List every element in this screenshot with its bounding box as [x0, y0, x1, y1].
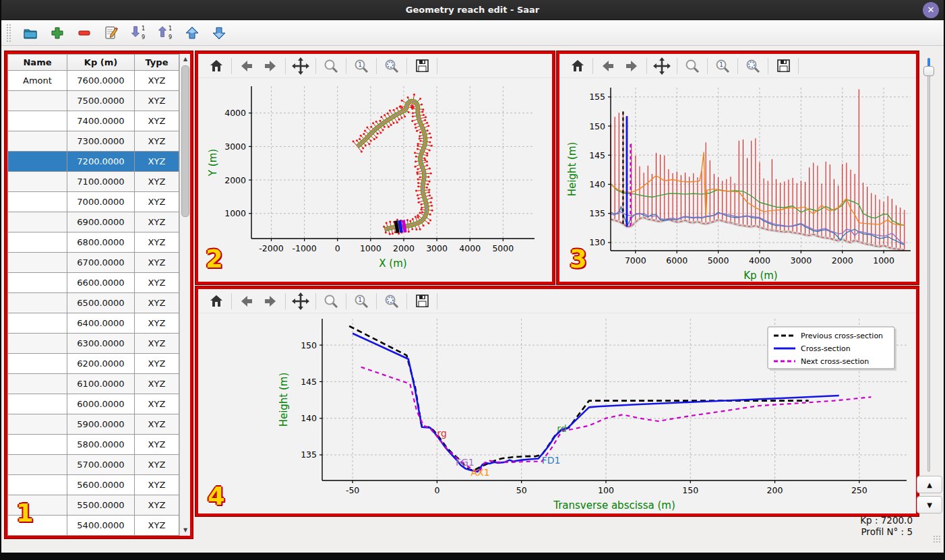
- svg-text:200: 200: [767, 485, 783, 495]
- table-row[interactable]: 6500.0000XYZ: [8, 293, 179, 313]
- svg-text:Y (m): Y (m): [207, 149, 219, 177]
- svg-text:-2000: -2000: [259, 243, 283, 253]
- table-row[interactable]: 6000.0000XYZ: [8, 394, 179, 414]
- svg-text:145: 145: [589, 150, 605, 160]
- toolbar-separator: [437, 58, 437, 74]
- pan-icon[interactable]: [653, 57, 671, 75]
- slider-groove[interactable]: [927, 58, 930, 472]
- edit-icon[interactable]: [102, 24, 120, 42]
- zoom-icon[interactable]: [683, 57, 701, 75]
- window-frame: Geometry reach edit - Saar ✕ 19 19: [0, 0, 945, 560]
- save-icon[interactable]: [413, 292, 431, 310]
- move-up-icon[interactable]: [183, 24, 201, 42]
- svg-text:130: 130: [589, 237, 605, 247]
- table-row[interactable]: 6300.0000XYZ: [8, 334, 179, 354]
- scrollbar-thumb[interactable]: [181, 65, 189, 217]
- table-row[interactable]: 5300.0000XYZ: [8, 536, 179, 536]
- forward-icon[interactable]: [623, 57, 640, 75]
- zoom-selection-icon[interactable]: [744, 57, 762, 75]
- reach-map-plot[interactable]: -2000-1000010002000300040005000100020003…: [198, 78, 552, 282]
- scroll-up-icon[interactable]: ▲: [181, 55, 190, 64]
- table-row[interactable]: 7500.0000XYZ: [8, 91, 179, 111]
- slider-handle[interactable]: [923, 66, 934, 76]
- forward-icon[interactable]: [262, 57, 279, 75]
- table-row[interactable]: 5900.0000XYZ: [8, 414, 179, 435]
- svg-text:4000: 4000: [224, 108, 246, 118]
- title-bar: Geometry reach edit - Saar ✕: [1, 0, 944, 20]
- home-icon[interactable]: [208, 57, 225, 75]
- svg-text:3000: 3000: [426, 243, 448, 253]
- sort-ascending-icon[interactable]: 19: [156, 24, 174, 42]
- sort-descending-icon[interactable]: 19: [129, 24, 147, 42]
- profile-plot-toolbar: 1: [559, 54, 916, 78]
- svg-text:5000: 5000: [708, 255, 729, 266]
- home-icon[interactable]: [569, 57, 586, 75]
- save-icon[interactable]: [774, 57, 792, 75]
- open-folder-icon[interactable]: [22, 24, 39, 42]
- remove-icon[interactable]: [75, 24, 93, 42]
- table-row[interactable]: 7000.0000XYZ: [8, 192, 179, 212]
- profile-up-button[interactable]: ▲: [917, 476, 942, 493]
- table-row[interactable]: 7300.0000XYZ: [8, 131, 179, 152]
- profile-down-button[interactable]: ▼: [917, 496, 942, 514]
- table-row[interactable]: 7400.0000XYZ: [8, 111, 179, 131]
- pan-icon[interactable]: [292, 292, 309, 310]
- zoom-one-icon[interactable]: 1: [353, 292, 370, 310]
- toolbar-separator: [677, 58, 677, 74]
- column-header-name[interactable]: Name: [8, 55, 67, 71]
- cross-section-plot[interactable]: rgFG1AX1FD1rdPrevious cross-sectionCross…: [198, 313, 916, 514]
- table-row[interactable]: 6200.0000XYZ: [8, 354, 179, 374]
- close-icon[interactable]: ✕: [923, 2, 939, 18]
- table-row[interactable]: 6800.0000XYZ: [8, 232, 179, 253]
- scroll-down-icon[interactable]: ▼: [181, 526, 190, 535]
- table-row[interactable]: 6400.0000XYZ: [8, 313, 179, 334]
- svg-text:100: 100: [598, 485, 614, 495]
- table-row[interactable]: 6600.0000XYZ: [8, 273, 179, 293]
- profile-position-slider[interactable]: [926, 58, 932, 472]
- toolbar-separator: [315, 58, 316, 74]
- zoom-icon[interactable]: [322, 292, 340, 310]
- map-plot-toolbar: 1: [198, 54, 552, 78]
- column-header-type[interactable]: Type: [135, 55, 179, 71]
- table-row[interactable]: 7200.0000XYZ: [8, 152, 179, 172]
- svg-text:135: 135: [589, 208, 605, 218]
- table-row[interactable]: Amont7600.0000XYZ: [8, 71, 179, 91]
- table-row[interactable]: 5600.0000XYZ: [8, 475, 179, 495]
- panel-2-badge: 2: [206, 245, 223, 274]
- svg-text:rg: rg: [437, 428, 446, 439]
- home-icon[interactable]: [208, 292, 225, 310]
- kp-profile-plot[interactable]: 7000600050004000300020001000130135140145…: [559, 78, 916, 282]
- svg-text:250: 250: [851, 485, 867, 495]
- status-readout: Kp : 7200.0 Profil N° : 5: [860, 515, 913, 538]
- save-icon[interactable]: [413, 57, 431, 75]
- zoom-one-icon[interactable]: 1: [714, 57, 731, 75]
- column-header-kp[interactable]: Kp (m): [67, 55, 135, 71]
- add-icon[interactable]: [49, 24, 66, 42]
- table-row[interactable]: 6100.0000XYZ: [8, 374, 179, 394]
- table-row[interactable]: 5700.0000XYZ: [8, 455, 179, 475]
- pan-icon[interactable]: [292, 57, 309, 75]
- resize-grip[interactable]: [933, 535, 941, 543]
- zoom-selection-icon[interactable]: [383, 57, 400, 75]
- cross-section-table[interactable]: Name Kp (m) Type Amont7600.0000XYZ7500.0…: [7, 54, 179, 536]
- toolbar-grip-icon[interactable]: [7, 24, 11, 42]
- back-icon[interactable]: [238, 57, 255, 75]
- forward-icon[interactable]: [262, 292, 279, 310]
- toolbar-separator: [285, 58, 286, 74]
- zoom-one-icon[interactable]: 1: [353, 57, 370, 75]
- table-row[interactable]: 5800.0000XYZ: [8, 435, 179, 455]
- table-row[interactable]: 6900.0000XYZ: [8, 212, 179, 232]
- table-row[interactable]: 6700.0000XYZ: [8, 253, 179, 273]
- svg-text:9: 9: [142, 34, 145, 40]
- back-icon[interactable]: [599, 57, 617, 75]
- svg-text:3000: 3000: [790, 255, 812, 266]
- svg-text:X (m): X (m): [379, 257, 406, 270]
- table-row[interactable]: 7100.0000XYZ: [8, 172, 179, 192]
- svg-text:rd: rd: [557, 423, 566, 434]
- zoom-selection-icon[interactable]: [383, 292, 400, 310]
- back-icon[interactable]: [238, 292, 255, 310]
- table-scrollbar[interactable]: ▲ ▼: [179, 54, 190, 536]
- zoom-icon[interactable]: [322, 57, 340, 75]
- svg-text:Previous cross-section: Previous cross-section: [801, 332, 883, 340]
- move-down-icon[interactable]: [210, 24, 228, 42]
